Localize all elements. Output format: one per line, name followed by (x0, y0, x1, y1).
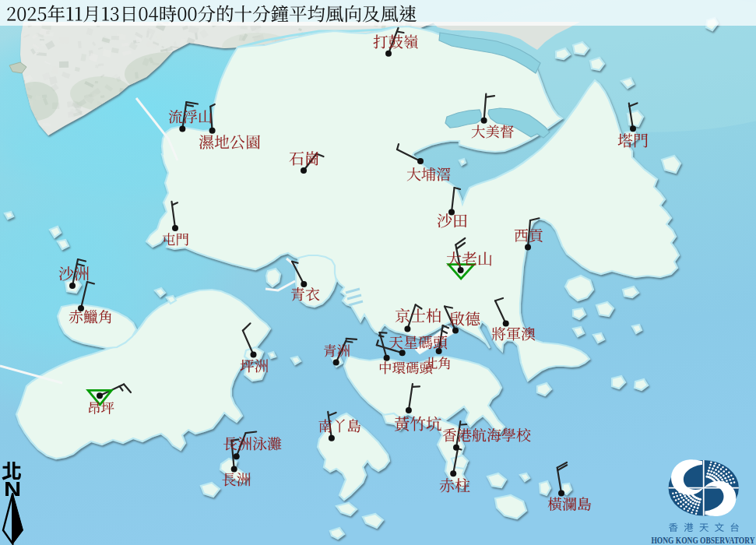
svg-text:HONG KONG OBSERVATORY: HONG KONG OBSERVATORY (652, 534, 755, 545)
